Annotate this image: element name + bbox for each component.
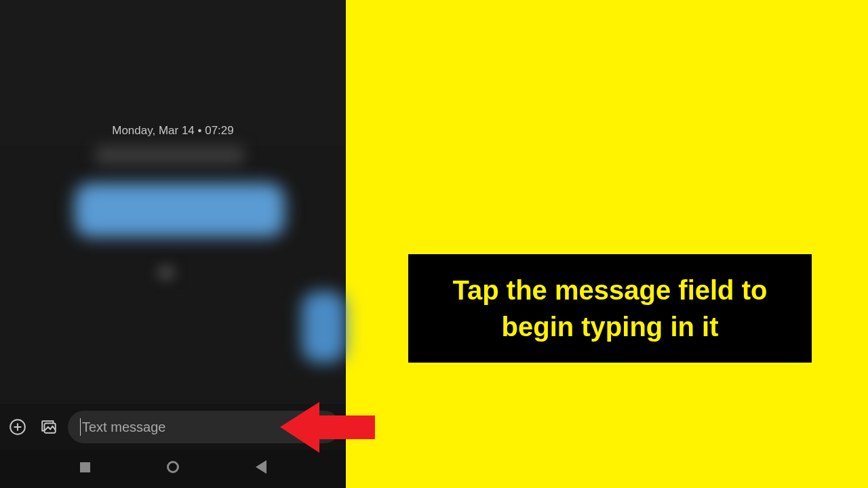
chat-timestamp: Monday, Mar 14 • 07:29 (0, 119, 346, 146)
chat-messages-blurred (0, 146, 346, 404)
blurred-incoming-message (75, 183, 285, 237)
input-placeholder: Text message (82, 420, 165, 435)
back-button[interactable] (252, 458, 270, 476)
plus-circle-icon (9, 418, 26, 436)
recents-button[interactable] (76, 458, 94, 476)
home-button[interactable] (164, 458, 182, 476)
instruction-callout: Tap the message field to begin typing in… (408, 254, 812, 363)
annotation-arrow (280, 399, 375, 456)
svg-marker-4 (280, 402, 375, 453)
blurred-indicator (156, 264, 176, 281)
square-icon (80, 462, 90, 472)
text-caret (80, 418, 81, 436)
add-attachment-button[interactable] (5, 415, 30, 439)
top-spacer (0, 0, 346, 119)
blurred-header (95, 146, 244, 165)
gallery-icon (40, 418, 58, 436)
instruction-text: Tap the message field to begin typing in… (427, 272, 793, 345)
circle-icon (167, 461, 179, 473)
triangle-icon (256, 460, 267, 474)
blurred-outgoing-message (302, 291, 346, 363)
gallery-button[interactable] (37, 415, 61, 439)
